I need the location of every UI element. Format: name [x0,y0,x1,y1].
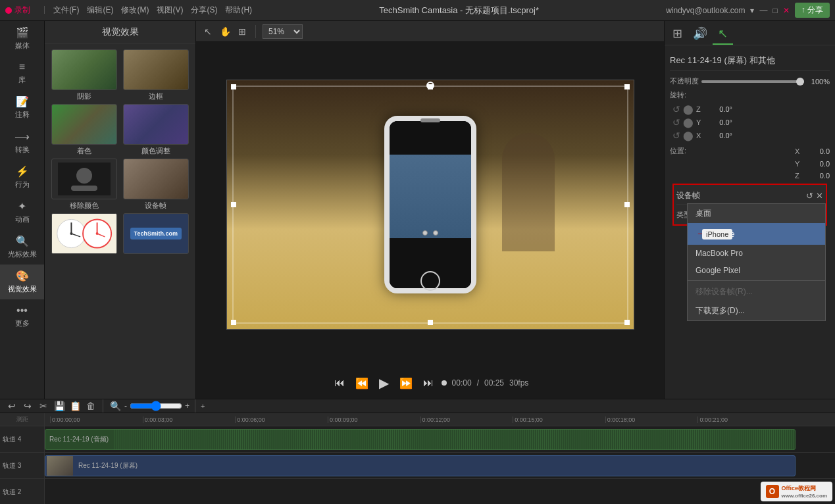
rotate-handle[interactable] [426,82,434,89]
close-icon[interactable]: ✕ [783,6,790,15]
svg-rect-2 [71,186,97,191]
user-account[interactable]: windyvq@outlook.com [666,6,745,15]
effect-item-removebg[interactable]: 移除颜色 [50,159,119,211]
dropdown-item-desktop[interactable]: 桌面 [688,204,825,223]
chevron-down-icon[interactable]: ▾ [750,6,754,15]
share-button[interactable]: ↑ 分享 [795,3,830,18]
step-back-button[interactable]: ⏮ [332,374,347,391]
dropdown-label-macbook: MacBook Pro [696,249,743,258]
zoom-plus[interactable]: + [185,401,190,411]
effect-item-coloradj[interactable]: 颜色调整 [122,104,191,156]
menu-modify[interactable]: 修改(M) [121,5,149,16]
sidebar-item-visual-effects[interactable]: 🎨 视觉效果 [0,265,44,299]
pos-z-label: Z [795,172,804,180]
dropdown-item-macbook[interactable]: MacBook Pro [688,245,825,262]
add-track-button[interactable]: + [201,402,205,410]
tab-visual[interactable]: ↖ [713,24,733,45]
rotation-z-row: ↺ ⬤ Z 0.0° [672,104,830,114]
rotation-y-btn[interactable]: ⬤ [683,117,694,128]
zoom-minus[interactable]: - [124,401,127,411]
media-icon: 🎬 [16,26,29,39]
frame-forward-button[interactable]: ⏩ [397,374,415,392]
rotation-x-btn[interactable]: ⬤ [683,130,694,141]
pos-z-value: 0.0 [807,172,830,180]
dropdown-item-iphone[interactable]: → iPhone iPhone [688,223,825,245]
ruler-mark-0: 0:00:00;00 [50,416,143,423]
step-forward-button[interactable]: ⏭ [420,374,436,391]
sidebar-item-cursor[interactable]: 🔍 光标效果 [0,230,44,265]
device-dropdown-menu[interactable]: 桌面 → iPhone iPhone MacBook Pro Go [687,203,826,321]
hand-tool[interactable]: ✋ [218,25,232,38]
menu-view[interactable]: 视图(V) [157,5,183,16]
cut-icon[interactable]: ✂ [37,399,50,413]
zoom-out-icon[interactable]: 🔍 [109,399,122,413]
right-tabs: ⊞ 🔊 ↖ [665,21,835,45]
ruler-mark-1: 0:00:03;00 [143,416,236,423]
dropdown-label-remove: 移除设备帧(R)... [696,287,753,296]
tab-properties[interactable]: ⊞ [667,24,688,45]
record-dot [5,7,12,14]
play-button[interactable]: ▶ [376,372,392,393]
redo-icon[interactable]: ↪ [21,399,34,413]
sidebar-item-behaviors[interactable]: ⚡ 行为 [0,160,44,195]
effect-item-color[interactable]: 着色 [50,104,119,156]
dropdown-item-remove[interactable]: 移除设备帧(R)... [688,282,825,301]
sidebar-item-more[interactable]: ••• 更多 [0,299,44,334]
rotation-label: 旋转: [670,90,696,100]
ruler-corner: 测距 [0,413,44,426]
annotations-icon: 📝 [16,95,29,108]
transitions-icon: ⟶ [14,130,30,143]
effect-item-border[interactable]: 边框 [122,49,191,101]
minimize-icon[interactable]: — [759,6,767,15]
rotation-z-btn[interactable]: ⬤ [683,104,694,114]
video-clip[interactable]: Rec 11-24-19 (屏幕) [45,455,796,476]
dropdown-item-pixel[interactable]: Google Pixel [688,262,825,279]
maximize-icon[interactable]: □ [772,6,777,15]
menu-help[interactable]: 帮助(H) [225,5,252,16]
sidebar-item-media[interactable]: 🎬 媒体 [0,21,44,56]
zoom-select[interactable]: 51% 100% 50% 25% [263,24,303,39]
delete-icon[interactable]: 🗑 [84,399,97,413]
effect-item-device[interactable]: 设备帧 [122,159,191,211]
record-button[interactable]: 录制 [5,5,30,16]
effect-item-techsmith[interactable]: TechSmith.com [122,213,191,255]
opacity-slider[interactable] [701,80,804,83]
sidebar-item-transitions[interactable]: ⟶ 转换 [0,125,44,160]
timeline-zoom-slider[interactable] [130,401,182,411]
left-sidebar: 🎬 媒体 ≡ 库 📝 注释 ⟶ 转换 ⚡ 行为 ✦ 动画 🔍 光标效果 🎨 [0,21,45,399]
tab-audio[interactable]: 🔊 [688,24,713,45]
sidebar-label-transitions: 转换 [15,145,30,155]
menu-share[interactable]: 分享(S) [191,5,217,16]
phone-screen [390,121,471,288]
menu-edit[interactable]: 编辑(E) [87,5,113,16]
menu-file[interactable]: 文件(F) [53,5,79,16]
audio-clip[interactable]: Rec 11-24-19 (音频) [45,429,796,450]
opacity-slider-thumb[interactable] [796,78,804,86]
clip-title: Rec 11-24-19 (屏幕) 和其他 [670,51,830,71]
pointer-tool[interactable]: ↖ [201,25,215,38]
effect-item-shadow[interactable]: 阴影 [50,49,119,101]
effect-item-clock[interactable] [50,213,119,255]
crop-tool[interactable]: ⊞ [236,25,249,38]
device-close-icon[interactable]: ✕ [816,191,823,201]
pos-y-label: Y [795,160,804,168]
frame-back-button[interactable]: ⏪ [353,374,371,392]
visual-effects-icon: 🎨 [16,270,29,282]
save-icon[interactable]: 💾 [53,399,66,413]
sidebar-item-annotations[interactable]: 📝 注释 [0,90,44,125]
track-4-content: Rec 11-24-19 (音频) [45,426,835,453]
phone-mid [390,155,471,238]
behaviors-icon: ⚡ [16,165,29,178]
ruler-mark-4: 0:00:12;00 [420,416,513,423]
pos-x-label: X [795,147,804,155]
sidebar-item-animations[interactable]: ✦ 动画 [0,195,44,230]
sidebar-item-library[interactable]: ≡ 库 [0,56,44,90]
dropdown-label-iphone: iPhone [710,230,734,239]
undo-icon[interactable]: ↩ [5,399,18,413]
dropdown-item-download[interactable]: 下载更多(D)... [688,301,825,320]
paste-icon[interactable]: 📋 [68,399,82,413]
track-2-label: 轨道 2 [3,488,21,497]
toolbar-separator [255,25,256,38]
device-refresh-icon[interactable]: ↺ [806,191,813,201]
record-label: 录制 [14,5,30,16]
